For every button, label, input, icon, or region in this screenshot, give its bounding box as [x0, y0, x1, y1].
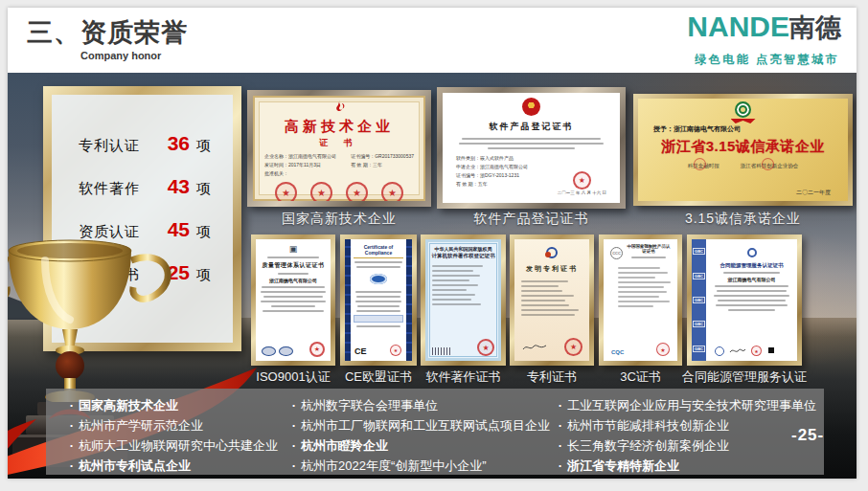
company-name: 浙江南德电气有限公司 — [712, 277, 791, 282]
signature — [729, 346, 746, 355]
honor-text: 杭州市瞪羚企业 — [301, 435, 388, 456]
bullet-icon: · — [287, 415, 301, 435]
red-seal-icon: ★ — [309, 342, 325, 357]
3c-header: CCC 中国国家强制性产品认证证书 — [604, 244, 677, 261]
certificate-paper: GBC GBC GBC GBC GBC 合同能源管理服务认证证书 浙江南德电气有… — [692, 239, 797, 361]
seal-row: ★ ★ ★ ★ — [253, 182, 425, 201]
honor-text: 杭州数字联合会理事单位 — [301, 395, 438, 415]
bullet-icon: · — [554, 435, 567, 456]
plaque-face: 授予：浙江南德电气有限公司 浙江省3.15诚信承诺企业 科技金融时报 浙江省科技… — [638, 99, 848, 201]
bullet-icon: · — [65, 435, 79, 456]
body-lines — [514, 274, 589, 316]
award-line: 授予：浙江南德电气有限公司 — [638, 124, 848, 134]
bullet-icon: · — [287, 395, 301, 415]
gbc-logo-icon: GBC — [693, 346, 705, 352]
cqc-logo-text: CQC — [611, 349, 624, 355]
issuer-logo-icon — [638, 101, 848, 123]
stat-value: 36 — [155, 132, 190, 155]
honor-text: 工业互联网企业应用与安全技术研究理事单位 — [567, 395, 816, 415]
bullet-icon: · — [287, 456, 301, 476]
certificate-caption: 软件著作证书 — [421, 368, 506, 386]
certificate-315-integrity-plaque: 授予：浙江南德电气有限公司 浙江省3.15诚信承诺企业 科技金融时报 浙江省科技… — [633, 94, 853, 206]
round-logo-icon — [715, 346, 724, 356]
certificate-caption: 软件产品登记证书 — [437, 211, 626, 228]
issuer-left: 科技金融时报 — [688, 163, 720, 169]
fields-left: 企业名称：浙江南德电气有限公司 发证时间：2017年11月3日 批准机关： — [264, 152, 336, 178]
qr-code — [766, 346, 777, 356]
issuer-logo-icon — [712, 244, 791, 261]
honor-text: 浙江省专精特新企业 — [567, 456, 679, 476]
certificate-caption: 3C证书 — [599, 368, 682, 386]
red-seal-icon: ★ — [381, 182, 403, 201]
honor-item: ·国家高新技术企业 — [65, 395, 278, 415]
gbc-side-band: GBC GBC GBC GBC GBC — [692, 239, 706, 361]
honors-column-2: ·杭州数字联合会理事单位 ·杭州市工厂物联网和工业互联网试点项目企业 ·杭州市瞪… — [287, 395, 550, 476]
bullet-icon: · — [554, 456, 567, 476]
page-subtitle: Company honor — [80, 50, 161, 61]
honor-item: ·工业互联网企业应用与安全技术研究理事单位 — [554, 395, 816, 415]
honor-item: ·杭州市工厂物联网和工业互联网试点项目企业 — [287, 415, 550, 435]
honor-item: ·长三角数字经济创新案例企业 — [554, 435, 816, 456]
certificate-3c: CCC 中国国家强制性产品认证证书 CQC ★ — [599, 234, 682, 366]
certificate-title: 计算机软件著作权登记证书 — [425, 253, 501, 259]
certificate-software-product: 软件产品登记证书 软件类别：嵌入式软件产品 申请企业：浙江南德电气有限公司 证书… — [437, 87, 626, 209]
honors-column-1: ·国家高新技术企业 ·杭州市产学研示范企业 ·杭师大工业物联网研究中心共建企业 … — [65, 395, 278, 476]
certificate-title: 发明专利证书 — [514, 264, 589, 274]
body-lines — [425, 259, 501, 305]
honor-item: ·杭州市瞪羚企业 — [287, 435, 550, 456]
honor-text: 杭州市工厂物联网和工业互联网试点项目企业 — [301, 415, 550, 435]
certificate-title: Certificate of Compliance — [354, 244, 403, 256]
barcode — [432, 347, 451, 355]
honor-item: ·杭师大工业物联网研究中心共建企业 — [65, 435, 278, 456]
iaf-logo-icon — [262, 346, 276, 356]
certificate-title: 软件产品登记证书 — [443, 121, 620, 133]
signature — [522, 342, 547, 353]
national-emblem-icon — [443, 98, 620, 120]
certificate-iso9001: ▣ 质量管理体系认证证书 浙江南德电气有限公司 ★ — [251, 234, 335, 366]
certificate-caption: 国家高新技术企业 — [247, 211, 431, 228]
certificate-caption: 3.15诚信承诺企业 — [633, 211, 853, 228]
red-seal-icon: ★ — [573, 171, 591, 190]
page-title: 三、资质荣誉 — [27, 15, 188, 50]
logo-tagline: 绿色电能 点亮智慧城市 — [695, 52, 839, 68]
plaque-year: 二〇二一年度 — [796, 189, 831, 197]
bullet-icon: · — [287, 435, 301, 456]
logo-cn-text: 南德 — [789, 13, 841, 42]
ce-oval-logo-icon — [354, 271, 403, 288]
certificate-high-tech-enterprise: 高新技术企业 证 书 企业名称：浙江南德电气有限公司 发证时间：2017年11月… — [247, 90, 431, 207]
footer-logos: ★ — [715, 346, 777, 356]
honors-band: ·国家高新技术企业 ·杭州市产学研示范企业 ·杭师大工业物联网研究中心共建企业 … — [46, 389, 824, 475]
stat-label: 专利认证 — [79, 137, 155, 155]
issuer-row: 科技金融时报 浙江省科技创新企业协会 — [638, 163, 848, 169]
certificate-title: 中国国家强制性产品认证证书 — [627, 244, 671, 254]
cnas-logo-icon — [279, 346, 293, 356]
certificate-title: 高新技术企业 — [253, 118, 425, 136]
certificate-paper: ▣ 质量管理体系认证证书 浙江南德电气有限公司 ★ — [256, 239, 331, 361]
ccc-logo-icon: CCC — [610, 247, 623, 259]
certificate-paper: CCC 中国国家强制性产品认证证书 CQC ★ — [604, 239, 677, 361]
red-seal-icon: ★ — [346, 182, 368, 201]
company-logo: NANDE南德 — [687, 12, 841, 41]
bullet-icon: · — [554, 395, 567, 415]
certificate-caption: CE欧盟证书 — [340, 368, 417, 386]
stat-row: 专利认证 36 项 — [79, 132, 233, 155]
honor-text: 杭州市专利试点企业 — [79, 456, 191, 476]
bullet-icon: · — [65, 415, 79, 435]
red-seal-icon: ★ — [390, 345, 401, 356]
red-seal-icon: ★ — [477, 339, 494, 356]
page-number: -25- — [791, 426, 824, 445]
stat-unit: 项 — [196, 137, 211, 155]
certificate-caption: 专利证书 — [510, 368, 594, 386]
honor-text: 长三角数字经济创新案例企业 — [567, 435, 729, 456]
gbc-logo-icon: GBC — [693, 248, 705, 255]
ce-content: Certificate of Compliance — [345, 239, 412, 327]
issuer-right: 浙江省科技创新企业协会 — [741, 163, 799, 169]
honor-item: ·浙江省专精特新企业 — [554, 456, 816, 476]
cert-emblem-icon: ▣ — [256, 244, 331, 254]
honor-text: 杭州市产学研示范企业 — [79, 415, 203, 435]
bullet-icon: · — [554, 415, 567, 435]
honor-text: 杭州市节能减排科技创新企业 — [567, 415, 729, 435]
slide: 三、资质荣誉 Company honor NANDE南德 绿色电能 点亮智慧城市… — [8, 8, 857, 479]
honor-text: 杭州市2022年度“创新型中小企业” — [301, 456, 487, 476]
honors-column-3: ·工业互联网企业应用与安全技术研究理事单位 ·杭州市节能减排科技创新企业 ·长三… — [554, 395, 816, 476]
